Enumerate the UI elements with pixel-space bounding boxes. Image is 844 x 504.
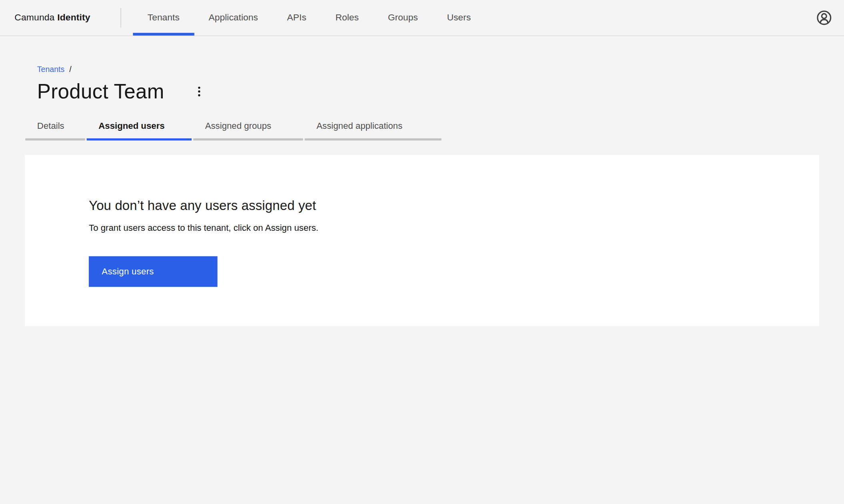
nav-item-label: Groups <box>388 12 418 23</box>
nav-item-tenants[interactable]: Tenants <box>133 0 194 36</box>
breadcrumb: Tenants / <box>0 36 844 75</box>
nav-item-label: Roles <box>336 12 359 23</box>
main-nav: Tenants Applications APIs Roles Groups U… <box>133 0 485 36</box>
brand-suffix: Identity <box>57 12 90 23</box>
page-title-row: Product Team <box>37 79 844 104</box>
nav-item-users[interactable]: Users <box>432 0 485 36</box>
empty-state-heading: You don’t have any users assigned yet <box>89 197 798 214</box>
tab-bar: Details Assigned users Assigned groups A… <box>25 114 844 140</box>
header-divider <box>120 8 121 27</box>
nav-item-label: APIs <box>287 12 306 23</box>
tab-assigned-users[interactable]: Assigned users <box>87 114 192 140</box>
account-menu-button[interactable] <box>816 9 833 26</box>
tab-label: Assigned groups <box>205 120 271 130</box>
brand-prefix: Camunda <box>14 12 54 23</box>
nav-item-groups[interactable]: Groups <box>373 0 432 36</box>
main-content: Tenants / Product Team Details Assigned … <box>0 36 844 326</box>
header-spacer <box>485 0 815 36</box>
user-avatar-icon <box>816 10 832 26</box>
brand-logo: Camunda Identity <box>0 0 120 36</box>
assign-users-button[interactable]: Assign users <box>89 256 218 287</box>
nav-item-roles[interactable]: Roles <box>321 0 373 36</box>
nav-item-label: Users <box>447 12 471 23</box>
nav-item-label: Tenants <box>148 12 180 23</box>
app-window: Camunda Identity Tenants Applications AP… <box>0 0 844 504</box>
kebab-menu-icon <box>198 87 200 96</box>
tab-details[interactable]: Details <box>25 114 85 140</box>
empty-state-description: To grant users access to this tenant, cl… <box>89 222 798 234</box>
tab-assigned-groups[interactable]: Assigned groups <box>193 114 303 140</box>
nav-item-label: Applications <box>209 12 258 23</box>
assigned-users-panel: You don’t have any users assigned yet To… <box>25 155 819 326</box>
breadcrumb-link-tenants[interactable]: Tenants <box>37 64 64 75</box>
tab-label: Assigned users <box>98 120 164 130</box>
tab-label: Assigned applications <box>316 120 402 130</box>
breadcrumb-separator: / <box>69 64 71 75</box>
tab-label: Details <box>37 120 64 130</box>
nav-item-applications[interactable]: Applications <box>194 0 272 36</box>
overflow-menu-button[interactable] <box>192 84 206 100</box>
app-header: Camunda Identity Tenants Applications AP… <box>0 0 844 36</box>
tab-assigned-applications[interactable]: Assigned applications <box>305 114 442 140</box>
nav-item-apis[interactable]: APIs <box>272 0 321 36</box>
page-title: Product Team <box>37 79 164 104</box>
